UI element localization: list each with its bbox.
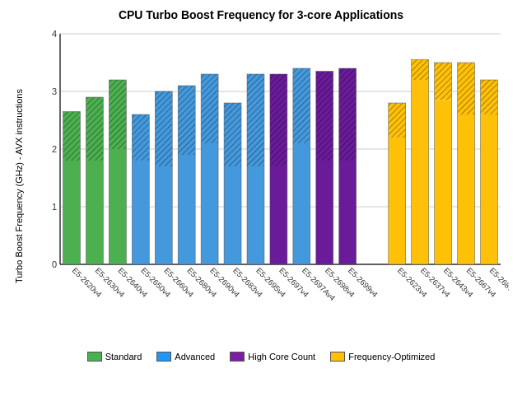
svg-text:4: 4: [52, 29, 57, 39]
svg-rect-21: [63, 112, 80, 161]
svg-rect-68: [339, 161, 357, 264]
svg-rect-20: [63, 161, 80, 264]
svg-rect-48: [224, 166, 241, 264]
svg-rect-77: [412, 60, 429, 81]
legend: StandardAdvancedHigh Core CountFrequency…: [0, 347, 522, 365]
legend-item: Frequency-Optimized: [330, 352, 435, 362]
svg-rect-61: [293, 68, 310, 143]
svg-rect-49: [224, 103, 241, 166]
svg-rect-89: [481, 80, 498, 114]
svg-rect-44: [201, 143, 218, 264]
svg-rect-69: [339, 68, 357, 161]
svg-rect-53: [247, 74, 264, 166]
svg-rect-56: [270, 166, 287, 264]
svg-rect-85: [458, 63, 475, 114]
svg-rect-72: [389, 138, 406, 264]
svg-rect-80: [435, 100, 452, 265]
y-axis-label: Turbo Boost Frequency (GHz) - AVX instru…: [14, 89, 24, 283]
chart-title: CPU Turbo Boost Frequency for 3-core App…: [0, 0, 522, 26]
svg-rect-64: [316, 161, 333, 264]
svg-rect-24: [86, 161, 103, 264]
svg-rect-81: [435, 63, 452, 100]
svg-rect-29: [109, 80, 126, 149]
svg-rect-65: [316, 72, 333, 161]
svg-rect-28: [109, 149, 126, 264]
svg-rect-33: [132, 114, 149, 161]
svg-rect-40: [178, 155, 195, 264]
svg-text:2: 2: [52, 144, 57, 154]
legend-item: Standard: [87, 352, 142, 362]
svg-rect-57: [270, 74, 287, 166]
svg-rect-88: [481, 114, 498, 264]
svg-rect-37: [155, 91, 172, 166]
svg-rect-32: [132, 161, 149, 264]
svg-text:1: 1: [52, 202, 57, 212]
svg-rect-36: [155, 166, 172, 264]
svg-text:3: 3: [52, 86, 57, 96]
svg-rect-60: [293, 143, 310, 264]
svg-rect-84: [458, 114, 475, 264]
svg-rect-73: [389, 103, 406, 138]
svg-rect-41: [178, 86, 195, 155]
svg-rect-52: [247, 166, 264, 264]
svg-rect-76: [412, 80, 429, 264]
svg-rect-25: [86, 97, 103, 161]
svg-rect-45: [201, 74, 218, 143]
legend-item: Advanced: [156, 352, 215, 362]
legend-item: High Core Count: [230, 352, 315, 362]
chart-svg: 01234E5-2620v4E5-2630v4E5-2640v4E5-2650v…: [31, 26, 509, 347]
svg-text:0: 0: [52, 259, 57, 269]
chart-container: CPU Turbo Boost Frequency for 3-core App…: [0, 0, 522, 420]
